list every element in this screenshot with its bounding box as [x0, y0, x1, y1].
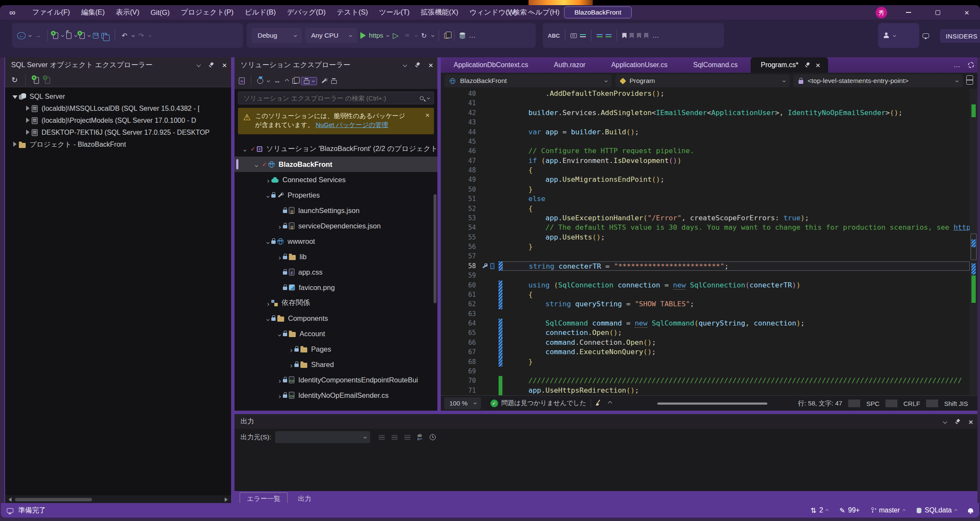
code-line[interactable]: 42 builder.Services.AddSingleton<IEmailS… — [441, 108, 977, 118]
refresh-icon[interactable]: ↻ — [10, 75, 19, 85]
split-editor-control[interactable] — [966, 75, 973, 85]
encoding-indicator[interactable]: Shift JIS — [938, 400, 974, 407]
chevron-down-icon[interactable] — [61, 34, 64, 37]
comment-button[interactable] — [570, 33, 577, 38]
tab-ApplicationDbContext.cs[interactable]: ApplicationDbContext.cs — [441, 57, 541, 73]
expand-icon[interactable] — [277, 395, 280, 398]
code-line[interactable]: 65 connection.Open(); — [441, 328, 977, 337]
code-line[interactable]: 58 string conecterTR = "****************… — [441, 261, 977, 271]
close-icon[interactable]: × — [816, 61, 820, 69]
git-sync-button[interactable]: ⇅ 2 — [811, 506, 828, 515]
account-avatar[interactable]: 秀 — [876, 7, 887, 18]
solution-search-box[interactable] — [238, 92, 434, 104]
preview-selected-items-icon[interactable] — [331, 80, 337, 84]
code-line[interactable]: 40 .AddDefaultTokenProviders(); — [441, 89, 977, 98]
code-line[interactable]: 48 { — [441, 166, 977, 175]
manage-nuget-link[interactable]: NuGet パッケージの管理 — [316, 121, 388, 128]
solution-search-input[interactable] — [243, 94, 418, 102]
live-share-button[interactable] — [878, 23, 919, 48]
chevron-down-icon[interactable] — [132, 34, 135, 37]
goto-previous-message-icon[interactable] — [379, 435, 385, 440]
save-all-button[interactable] — [101, 33, 107, 38]
sql-tree-item[interactable]: DESKTOP-7EKTI6J (SQL Server 17.0.925 - D… — [5, 127, 231, 139]
chevron-down-icon[interactable] — [431, 34, 434, 37]
toggle-bookmark-icon[interactable] — [622, 33, 627, 38]
menu-表示(V)[interactable]: 表示(V) — [110, 5, 145, 20]
outdent-icon[interactable] — [606, 34, 612, 38]
solution-tree-item[interactable]: IdentityNoOpEmailSender.cs — [235, 388, 437, 403]
close-icon[interactable]: × — [222, 61, 227, 69]
code-line[interactable]: 50 } — [441, 185, 977, 194]
collapse-icon[interactable] — [243, 148, 246, 151]
new-file-button[interactable] — [53, 33, 58, 39]
problems-status[interactable]: 問題は見つかりませんでした — [502, 399, 587, 407]
gear-icon[interactable] — [968, 62, 974, 68]
collapse-icon[interactable] — [12, 95, 18, 99]
solution-tree-item[interactable]: Properties — [235, 187, 437, 203]
notifications-button[interactable] — [968, 508, 973, 512]
expand-icon[interactable] — [13, 142, 17, 147]
solution-tree-item[interactable]: Account — [235, 326, 437, 341]
code-line[interactable]: 52 { — [441, 204, 977, 213]
expand-icon[interactable] — [26, 106, 30, 111]
pending-changes-filter-button[interactable] — [257, 78, 263, 84]
add-item-button[interactable] — [80, 33, 85, 39]
chevron-down-icon[interactable] — [148, 34, 151, 37]
show-all-files-icon[interactable] — [292, 78, 297, 84]
code-line[interactable]: 53 app.UseExceptionHandler("/Error", cre… — [441, 213, 977, 223]
goto-next-message-icon[interactable] — [392, 435, 398, 440]
sync-with-active-document-button[interactable] — [301, 77, 317, 85]
code-line[interactable]: 57 — [441, 252, 977, 261]
caret-position[interactable]: 行: 58, 文字: 47 — [792, 400, 848, 408]
navigate-back-button[interactable]: ← — [17, 32, 26, 39]
zoom-select[interactable]: 100 % — [444, 397, 481, 409]
panel-menu-chevron-icon[interactable] — [196, 62, 201, 67]
collapse-icon[interactable] — [255, 164, 258, 167]
expand-icon[interactable] — [608, 401, 612, 406]
chevron-down-icon[interactable] — [29, 34, 32, 37]
scrollbar-thumb[interactable] — [15, 498, 92, 501]
code-line[interactable]: 60 using (SqlConnection connection = new… — [441, 281, 977, 290]
sql-tools-icon[interactable] — [460, 33, 465, 39]
sql-connection-button[interactable]: SQLdata — [916, 506, 957, 514]
spell-check-button[interactable]: ABC — [548, 33, 560, 39]
menu-デバッグ(D)[interactable]: デバッグ(D) — [282, 5, 331, 20]
expand-icon[interactable] — [266, 179, 269, 182]
feedback-button[interactable] — [920, 23, 937, 48]
chevron-down-icon[interactable] — [267, 79, 270, 82]
pin-icon[interactable] — [415, 62, 420, 68]
solution-tree-item[interactable]: ✓ソリューション 'BlazoBackFront' (2/2 のプロジェクト) — [235, 141, 437, 157]
editor-horizontal-scrollbar[interactable] — [657, 403, 767, 405]
solution-tree-item[interactable]: lib — [235, 249, 437, 264]
code-line[interactable]: 55 app.UseHsts(); — [441, 233, 977, 242]
code-line[interactable]: 61 { — [441, 290, 977, 299]
pin-icon[interactable] — [805, 62, 810, 68]
collapse-icon[interactable] — [278, 333, 281, 336]
expand-icon[interactable] — [289, 364, 292, 367]
menu-拡張機能(X)[interactable]: 拡張機能(X) — [415, 5, 464, 20]
close-icon[interactable]: × — [425, 111, 430, 120]
line-ending-indicator[interactable]: CRLF — [897, 400, 926, 407]
menu-Git(G)[interactable]: Git(G) — [145, 5, 175, 20]
sql-tree-item[interactable]: プロジェクト - BlazoBackFront — [5, 139, 231, 151]
clear-bookmarks-icon[interactable] — [644, 33, 648, 38]
add-database-button[interactable] — [43, 77, 50, 83]
restart-icon[interactable]: ↻ — [420, 30, 428, 41]
code-line[interactable]: 69 — [441, 367, 977, 376]
clear-all-icon[interactable] — [404, 435, 410, 440]
code-line[interactable]: 46 // Configure the HTTP request pipelin… — [441, 146, 977, 156]
code-line[interactable]: 49 app.UseMigrationsEndPoint(); — [441, 175, 977, 184]
open-file-button[interactable] — [66, 33, 71, 39]
chevron-down-icon[interactable] — [414, 34, 417, 37]
code-line[interactable]: 59 — [441, 271, 977, 280]
indent-icon[interactable] — [597, 34, 603, 38]
navigate-forward-button[interactable]: → — [34, 30, 42, 41]
solution-tree-item[interactable]: launchSettings.json — [235, 203, 437, 218]
expand-icon[interactable] — [289, 349, 292, 352]
maximize-button[interactable] — [928, 5, 947, 20]
expand-icon[interactable] — [277, 225, 280, 228]
solution-tree-item[interactable]: Components — [235, 311, 437, 326]
menu-編集(E)[interactable]: 編集(E) — [76, 5, 110, 20]
collapse-all-icon[interactable] — [285, 79, 289, 83]
toolbar-overflow-button[interactable]: … — [468, 30, 477, 41]
